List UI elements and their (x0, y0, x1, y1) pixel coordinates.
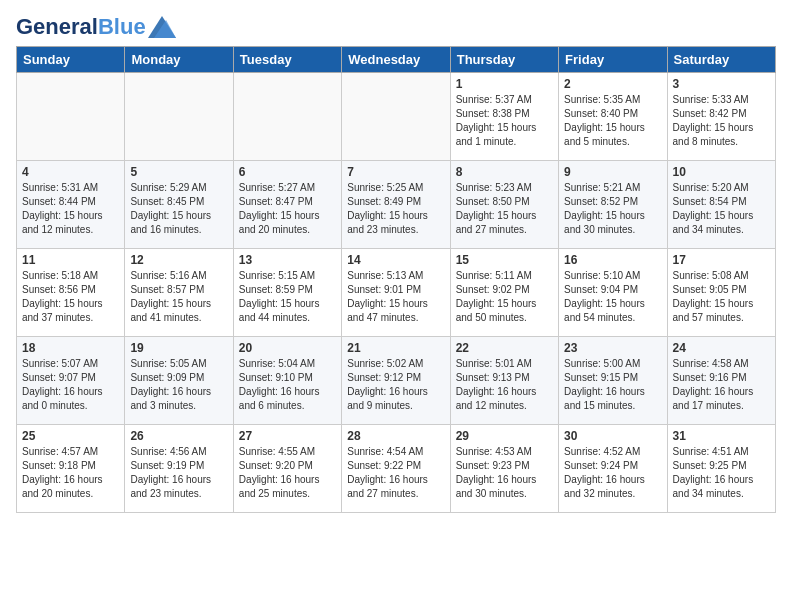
day-info: Sunrise: 5:35 AM Sunset: 8:40 PM Dayligh… (564, 93, 661, 149)
day-info: Sunrise: 5:21 AM Sunset: 8:52 PM Dayligh… (564, 181, 661, 237)
calendar-cell: 26Sunrise: 4:56 AM Sunset: 9:19 PM Dayli… (125, 425, 233, 513)
weekday-header: Wednesday (342, 47, 450, 73)
day-info: Sunrise: 5:29 AM Sunset: 8:45 PM Dayligh… (130, 181, 227, 237)
calendar-cell: 7Sunrise: 5:25 AM Sunset: 8:49 PM Daylig… (342, 161, 450, 249)
day-number: 7 (347, 165, 444, 179)
day-number: 29 (456, 429, 553, 443)
day-info: Sunrise: 4:53 AM Sunset: 9:23 PM Dayligh… (456, 445, 553, 501)
day-number: 25 (22, 429, 119, 443)
calendar-cell: 11Sunrise: 5:18 AM Sunset: 8:56 PM Dayli… (17, 249, 125, 337)
day-info: Sunrise: 4:58 AM Sunset: 9:16 PM Dayligh… (673, 357, 770, 413)
day-number: 28 (347, 429, 444, 443)
day-number: 12 (130, 253, 227, 267)
day-info: Sunrise: 4:51 AM Sunset: 9:25 PM Dayligh… (673, 445, 770, 501)
calendar-cell: 29Sunrise: 4:53 AM Sunset: 9:23 PM Dayli… (450, 425, 558, 513)
day-number: 27 (239, 429, 336, 443)
calendar-cell: 15Sunrise: 5:11 AM Sunset: 9:02 PM Dayli… (450, 249, 558, 337)
day-number: 9 (564, 165, 661, 179)
day-number: 4 (22, 165, 119, 179)
calendar-cell: 24Sunrise: 4:58 AM Sunset: 9:16 PM Dayli… (667, 337, 775, 425)
calendar-cell (233, 73, 341, 161)
day-number: 3 (673, 77, 770, 91)
day-info: Sunrise: 4:56 AM Sunset: 9:19 PM Dayligh… (130, 445, 227, 501)
calendar-cell: 27Sunrise: 4:55 AM Sunset: 9:20 PM Dayli… (233, 425, 341, 513)
day-info: Sunrise: 4:54 AM Sunset: 9:22 PM Dayligh… (347, 445, 444, 501)
calendar-cell: 9Sunrise: 5:21 AM Sunset: 8:52 PM Daylig… (559, 161, 667, 249)
calendar-cell: 16Sunrise: 5:10 AM Sunset: 9:04 PM Dayli… (559, 249, 667, 337)
day-number: 30 (564, 429, 661, 443)
weekday-header: Sunday (17, 47, 125, 73)
weekday-header: Thursday (450, 47, 558, 73)
day-number: 2 (564, 77, 661, 91)
day-info: Sunrise: 5:31 AM Sunset: 8:44 PM Dayligh… (22, 181, 119, 237)
day-info: Sunrise: 5:15 AM Sunset: 8:59 PM Dayligh… (239, 269, 336, 325)
calendar-cell: 4Sunrise: 5:31 AM Sunset: 8:44 PM Daylig… (17, 161, 125, 249)
day-number: 10 (673, 165, 770, 179)
day-info: Sunrise: 5:27 AM Sunset: 8:47 PM Dayligh… (239, 181, 336, 237)
calendar-cell: 30Sunrise: 4:52 AM Sunset: 9:24 PM Dayli… (559, 425, 667, 513)
day-number: 31 (673, 429, 770, 443)
day-number: 14 (347, 253, 444, 267)
day-number: 5 (130, 165, 227, 179)
day-info: Sunrise: 5:04 AM Sunset: 9:10 PM Dayligh… (239, 357, 336, 413)
calendar-cell: 20Sunrise: 5:04 AM Sunset: 9:10 PM Dayli… (233, 337, 341, 425)
day-number: 21 (347, 341, 444, 355)
weekday-header: Monday (125, 47, 233, 73)
weekday-header: Saturday (667, 47, 775, 73)
calendar-cell: 31Sunrise: 4:51 AM Sunset: 9:25 PM Dayli… (667, 425, 775, 513)
day-number: 17 (673, 253, 770, 267)
day-info: Sunrise: 5:07 AM Sunset: 9:07 PM Dayligh… (22, 357, 119, 413)
day-info: Sunrise: 5:13 AM Sunset: 9:01 PM Dayligh… (347, 269, 444, 325)
day-number: 18 (22, 341, 119, 355)
calendar-cell: 5Sunrise: 5:29 AM Sunset: 8:45 PM Daylig… (125, 161, 233, 249)
day-info: Sunrise: 5:11 AM Sunset: 9:02 PM Dayligh… (456, 269, 553, 325)
page-header: GeneralBlue (16, 16, 776, 38)
day-number: 15 (456, 253, 553, 267)
calendar-cell: 19Sunrise: 5:05 AM Sunset: 9:09 PM Dayli… (125, 337, 233, 425)
calendar-cell: 12Sunrise: 5:16 AM Sunset: 8:57 PM Dayli… (125, 249, 233, 337)
calendar-cell: 10Sunrise: 5:20 AM Sunset: 8:54 PM Dayli… (667, 161, 775, 249)
day-number: 26 (130, 429, 227, 443)
day-number: 24 (673, 341, 770, 355)
day-number: 19 (130, 341, 227, 355)
day-info: Sunrise: 5:37 AM Sunset: 8:38 PM Dayligh… (456, 93, 553, 149)
day-number: 22 (456, 341, 553, 355)
day-number: 11 (22, 253, 119, 267)
calendar-cell: 13Sunrise: 5:15 AM Sunset: 8:59 PM Dayli… (233, 249, 341, 337)
calendar-cell (17, 73, 125, 161)
day-info: Sunrise: 5:00 AM Sunset: 9:15 PM Dayligh… (564, 357, 661, 413)
calendar-cell: 14Sunrise: 5:13 AM Sunset: 9:01 PM Dayli… (342, 249, 450, 337)
day-info: Sunrise: 4:57 AM Sunset: 9:18 PM Dayligh… (22, 445, 119, 501)
day-number: 1 (456, 77, 553, 91)
calendar-cell: 1Sunrise: 5:37 AM Sunset: 8:38 PM Daylig… (450, 73, 558, 161)
calendar-cell: 22Sunrise: 5:01 AM Sunset: 9:13 PM Dayli… (450, 337, 558, 425)
calendar-cell (125, 73, 233, 161)
calendar-cell: 2Sunrise: 5:35 AM Sunset: 8:40 PM Daylig… (559, 73, 667, 161)
calendar-cell: 28Sunrise: 4:54 AM Sunset: 9:22 PM Dayli… (342, 425, 450, 513)
day-info: Sunrise: 5:18 AM Sunset: 8:56 PM Dayligh… (22, 269, 119, 325)
weekday-header: Tuesday (233, 47, 341, 73)
calendar-week: 11Sunrise: 5:18 AM Sunset: 8:56 PM Dayli… (17, 249, 776, 337)
day-number: 8 (456, 165, 553, 179)
calendar-header: SundayMondayTuesdayWednesdayThursdayFrid… (17, 47, 776, 73)
calendar-week: 25Sunrise: 4:57 AM Sunset: 9:18 PM Dayli… (17, 425, 776, 513)
day-info: Sunrise: 5:05 AM Sunset: 9:09 PM Dayligh… (130, 357, 227, 413)
calendar-week: 18Sunrise: 5:07 AM Sunset: 9:07 PM Dayli… (17, 337, 776, 425)
day-number: 23 (564, 341, 661, 355)
day-info: Sunrise: 5:25 AM Sunset: 8:49 PM Dayligh… (347, 181, 444, 237)
day-info: Sunrise: 5:01 AM Sunset: 9:13 PM Dayligh… (456, 357, 553, 413)
day-number: 16 (564, 253, 661, 267)
calendar-cell: 6Sunrise: 5:27 AM Sunset: 8:47 PM Daylig… (233, 161, 341, 249)
calendar-cell: 21Sunrise: 5:02 AM Sunset: 9:12 PM Dayli… (342, 337, 450, 425)
day-info: Sunrise: 4:52 AM Sunset: 9:24 PM Dayligh… (564, 445, 661, 501)
day-info: Sunrise: 5:33 AM Sunset: 8:42 PM Dayligh… (673, 93, 770, 149)
day-number: 13 (239, 253, 336, 267)
weekday-header: Friday (559, 47, 667, 73)
day-number: 6 (239, 165, 336, 179)
calendar-week: 4Sunrise: 5:31 AM Sunset: 8:44 PM Daylig… (17, 161, 776, 249)
calendar-cell: 18Sunrise: 5:07 AM Sunset: 9:07 PM Dayli… (17, 337, 125, 425)
logo: GeneralBlue (16, 16, 176, 38)
day-info: Sunrise: 5:10 AM Sunset: 9:04 PM Dayligh… (564, 269, 661, 325)
logo-icon (148, 16, 176, 38)
calendar-cell: 3Sunrise: 5:33 AM Sunset: 8:42 PM Daylig… (667, 73, 775, 161)
